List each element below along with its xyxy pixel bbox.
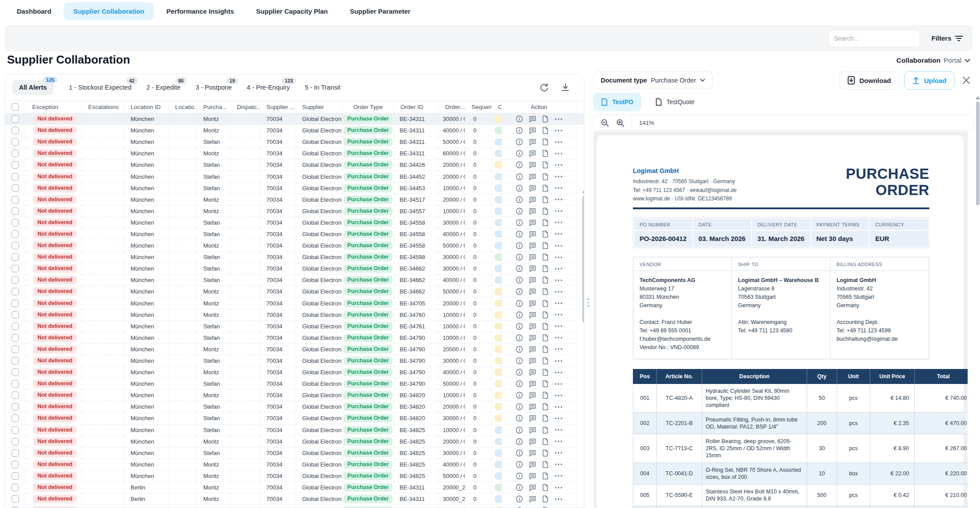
table-row[interactable]: Not delivered München Stefan 70034 Globa… <box>5 159 584 171</box>
document-icon[interactable] <box>542 426 549 434</box>
document-icon[interactable] <box>542 161 549 169</box>
info-icon[interactable] <box>516 242 523 249</box>
row-checkbox[interactable] <box>11 391 19 399</box>
table-row[interactable]: Not delivered München Stefan 70034 Globa… <box>5 229 584 240</box>
row-checkbox[interactable] <box>11 426 19 434</box>
more-actions-icon[interactable] <box>554 417 563 420</box>
column-header-locatio[interactable]: Locatio... <box>169 101 197 113</box>
more-actions-icon[interactable] <box>554 463 563 466</box>
comment-icon[interactable] <box>529 357 536 365</box>
row-checkbox[interactable] <box>11 438 19 445</box>
info-icon[interactable] <box>516 414 523 422</box>
comment-icon[interactable] <box>529 161 536 169</box>
alert-tab-3-postpone[interactable]: 3 - Postpone19 <box>195 84 232 91</box>
comment-icon[interactable] <box>529 207 536 215</box>
comment-icon[interactable] <box>529 323 536 330</box>
export-download-icon[interactable] <box>561 83 570 92</box>
scrollbar-thumb[interactable] <box>582 196 584 323</box>
close-panel-button[interactable] <box>962 76 970 84</box>
comment-icon[interactable] <box>529 403 536 410</box>
row-checkbox[interactable] <box>11 357 19 365</box>
table-row[interactable]: Not delivered München Moritz 70034 Globa… <box>5 113 584 125</box>
document-icon[interactable] <box>542 484 549 491</box>
table-row[interactable]: Not delivered München Stefan 70034 Globa… <box>5 332 584 344</box>
comment-icon[interactable] <box>529 449 536 457</box>
table-row[interactable]: Not delivered München Stefan 70034 Globa… <box>5 171 584 182</box>
more-actions-icon[interactable] <box>554 187 563 189</box>
table-row[interactable]: Not delivered München Moritz 70034 Globa… <box>5 286 584 297</box>
table-row[interactable]: Not delivered München Moritz 70034 Globa… <box>5 344 584 355</box>
info-icon[interactable] <box>516 438 523 445</box>
scroll-up-arrow-icon[interactable] <box>582 190 584 193</box>
document-icon[interactable] <box>542 184 549 192</box>
more-actions-icon[interactable] <box>554 336 563 339</box>
info-icon[interactable] <box>516 369 523 376</box>
more-actions-icon[interactable] <box>554 429 563 431</box>
info-icon[interactable] <box>516 219 523 226</box>
nav-tab-supplier-parameter[interactable]: Supplier Parameter <box>340 2 420 20</box>
document-icon[interactable] <box>542 495 549 503</box>
info-icon[interactable] <box>516 311 523 319</box>
row-checkbox[interactable] <box>11 334 19 342</box>
table-row[interactable]: Not delivered München Stefan 70034 Globa… <box>5 275 584 286</box>
row-checkbox[interactable] <box>11 115 19 123</box>
row-checkbox[interactable] <box>11 230 19 238</box>
comment-icon[interactable] <box>529 230 536 238</box>
more-actions-icon[interactable] <box>554 152 563 155</box>
table-row[interactable]: Not delivered München Stefan 70034 Globa… <box>5 448 584 459</box>
table-row[interactable]: Not delivered München Moritz 70034 Globa… <box>5 309 584 321</box>
table-row[interactable]: Not delivered München Stefan 70034 Globa… <box>5 252 584 263</box>
row-checkbox[interactable] <box>11 414 19 422</box>
nav-tab-dashboard[interactable]: Dashboard <box>7 2 61 20</box>
comment-icon[interactable] <box>529 150 536 157</box>
more-actions-icon[interactable] <box>554 221 563 224</box>
comment-icon[interactable] <box>529 369 536 376</box>
document-icon[interactable] <box>542 138 549 146</box>
more-actions-icon[interactable] <box>554 348 563 350</box>
column-header-order[interactable]: Order... <box>439 101 465 113</box>
row-checkbox[interactable] <box>11 150 19 157</box>
more-actions-icon[interactable] <box>554 371 563 374</box>
more-actions-icon[interactable] <box>554 406 563 408</box>
column-header-purcha[interactable]: Purcha... <box>197 101 231 113</box>
more-actions-icon[interactable] <box>554 498 563 500</box>
table-row[interactable]: Not delivered München Moritz 70034 Globa… <box>5 390 584 401</box>
info-icon[interactable] <box>516 196 523 203</box>
document-icon[interactable] <box>542 449 549 457</box>
document-icon[interactable] <box>542 219 549 226</box>
more-actions-icon[interactable] <box>554 325 563 327</box>
comment-icon[interactable] <box>529 391 536 399</box>
portal-switcher[interactable]: Collaboration Portal <box>897 56 970 64</box>
row-checkbox[interactable] <box>11 300 19 307</box>
row-checkbox[interactable] <box>11 173 19 181</box>
more-actions-icon[interactable] <box>554 164 563 166</box>
table-row[interactable]: Not delivered München Moritz 70034 Globa… <box>5 240 584 252</box>
info-icon[interactable] <box>516 300 523 307</box>
more-actions-icon[interactable] <box>554 118 563 120</box>
refresh-icon[interactable] <box>539 83 549 92</box>
info-icon[interactable] <box>516 472 523 480</box>
comment-icon[interactable] <box>529 184 536 192</box>
table-row[interactable]: Not delivered Berlin Moritz 70034 Global… <box>5 482 584 493</box>
table-row[interactable]: Not delivered München Stefan 70034 Globa… <box>5 425 584 436</box>
document-type-select[interactable]: Document type Purchase Order <box>593 71 713 89</box>
more-actions-icon[interactable] <box>554 313 563 316</box>
alert-tab-5-in-transit[interactable]: 5 - In Transit <box>305 84 340 91</box>
comment-icon[interactable] <box>529 438 536 445</box>
document-icon[interactable] <box>542 265 549 272</box>
document-icon[interactable] <box>542 438 549 445</box>
table-row[interactable]: Not delivered München Moritz 70034 Globa… <box>5 298 584 309</box>
more-actions-icon[interactable] <box>554 302 563 305</box>
comment-icon[interactable] <box>529 219 536 226</box>
zoom-out-icon[interactable] <box>601 119 609 127</box>
table-row[interactable]: Not delivered Berlin Moritz 70034 Global… <box>5 493 584 505</box>
table-row[interactable]: Not delivered München Stefan 70034 Globa… <box>5 183 584 194</box>
row-checkbox[interactable] <box>11 449 19 457</box>
info-icon[interactable] <box>516 346 523 353</box>
table-row[interactable]: Not delivered München Stefan 70034 Globa… <box>5 217 584 229</box>
table-row[interactable]: Not delivered Berlin Moritz 70034 Global… <box>5 505 584 508</box>
info-icon[interactable] <box>516 449 523 457</box>
nav-tab-supplier-capacity-plan[interactable]: Supplier Capacity Plan <box>247 2 338 20</box>
table-row[interactable]: Not delivered München Moritz 70034 Globa… <box>5 194 584 206</box>
more-actions-icon[interactable] <box>554 486 563 489</box>
